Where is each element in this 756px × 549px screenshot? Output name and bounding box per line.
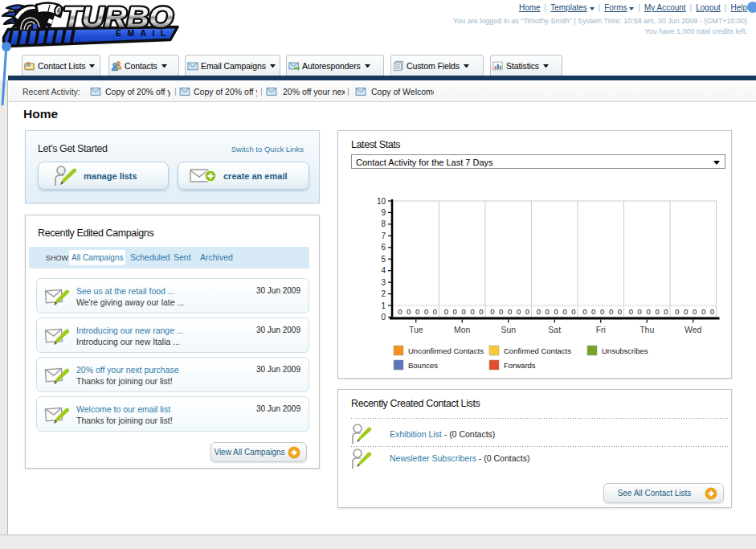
svg-text:0: 0 bbox=[479, 307, 483, 316]
svg-text:0: 0 bbox=[600, 307, 604, 316]
svg-text:Forwards: Forwards bbox=[504, 361, 536, 370]
svg-text:0: 0 bbox=[655, 307, 659, 316]
svg-text:0: 0 bbox=[675, 307, 679, 316]
svg-text:0: 0 bbox=[499, 307, 503, 316]
svg-text:0: 0 bbox=[424, 307, 428, 316]
svg-text:0: 0 bbox=[629, 307, 633, 316]
svg-text:0: 0 bbox=[381, 313, 386, 322]
svg-text:0: 0 bbox=[571, 307, 575, 316]
svg-text:Mon: Mon bbox=[454, 325, 471, 334]
svg-text:Sat: Sat bbox=[548, 325, 561, 334]
svg-text:7: 7 bbox=[381, 231, 386, 240]
svg-text:0: 0 bbox=[562, 307, 566, 316]
svg-text:Wed: Wed bbox=[684, 325, 702, 334]
svg-text:0: 0 bbox=[638, 307, 642, 316]
svg-text:0: 0 bbox=[710, 307, 714, 316]
svg-text:0: 0 bbox=[693, 307, 697, 316]
svg-text:0: 0 bbox=[453, 307, 457, 316]
svg-text:0: 0 bbox=[546, 307, 550, 316]
svg-text:Confirmed Contacts: Confirmed Contacts bbox=[504, 346, 571, 355]
svg-text:Bounces: Bounces bbox=[408, 361, 438, 370]
svg-text:6: 6 bbox=[381, 243, 386, 252]
svg-text:0: 0 bbox=[684, 307, 688, 316]
svg-text:0: 0 bbox=[525, 307, 529, 316]
svg-text:0: 0 bbox=[554, 307, 558, 316]
svg-text:Unsubscribes: Unsubscribes bbox=[602, 346, 648, 355]
svg-text:0: 0 bbox=[591, 307, 595, 316]
svg-text:0: 0 bbox=[444, 307, 448, 316]
svg-text:0: 0 bbox=[517, 307, 521, 316]
svg-text:0: 0 bbox=[415, 307, 419, 316]
svg-text:10: 10 bbox=[377, 197, 386, 206]
svg-text:2: 2 bbox=[381, 289, 386, 298]
svg-text:0: 0 bbox=[664, 307, 668, 316]
svg-text:3: 3 bbox=[381, 278, 386, 287]
svg-text:0: 0 bbox=[609, 307, 613, 316]
svg-text:9: 9 bbox=[381, 208, 386, 217]
svg-text:0: 0 bbox=[647, 307, 651, 316]
svg-text:0: 0 bbox=[537, 307, 541, 316]
svg-text:Tue: Tue bbox=[409, 325, 423, 334]
svg-text:Unconfirmed Contacts: Unconfirmed Contacts bbox=[408, 346, 484, 355]
svg-text:0: 0 bbox=[618, 307, 622, 316]
svg-text:0: 0 bbox=[407, 307, 411, 316]
svg-text:0: 0 bbox=[462, 307, 466, 316]
svg-text:EMAIL: EMAIL bbox=[116, 28, 172, 38]
svg-text:0: 0 bbox=[582, 307, 586, 316]
svg-text:0: 0 bbox=[470, 307, 474, 316]
svg-text:1: 1 bbox=[381, 301, 386, 310]
svg-text:Fri: Fri bbox=[596, 325, 606, 334]
svg-text:4: 4 bbox=[381, 266, 386, 275]
svg-text:0: 0 bbox=[701, 307, 705, 316]
svg-text:5: 5 bbox=[381, 255, 386, 264]
svg-text:0: 0 bbox=[433, 307, 437, 316]
svg-text:Thu: Thu bbox=[640, 325, 654, 334]
svg-text:Sun: Sun bbox=[501, 325, 516, 334]
svg-text:0: 0 bbox=[398, 307, 402, 316]
svg-text:0: 0 bbox=[490, 307, 494, 316]
svg-text:8: 8 bbox=[381, 219, 386, 228]
svg-text:0: 0 bbox=[508, 307, 512, 316]
